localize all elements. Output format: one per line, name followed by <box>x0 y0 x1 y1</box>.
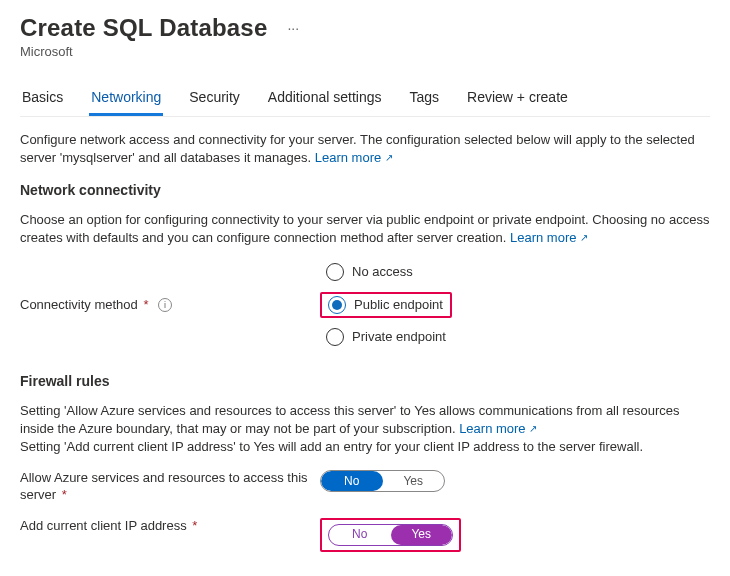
firewall-learn-more-link[interactable]: Learn more ↗ <box>459 421 537 436</box>
more-icon[interactable]: ··· <box>283 20 299 36</box>
external-link-icon: ↗ <box>529 423 537 434</box>
add-client-ip-toggle-wrap: No Yes <box>320 518 461 552</box>
toggle-yes[interactable]: Yes <box>391 525 453 545</box>
radio-label: Private endpoint <box>352 328 446 346</box>
radio-public-endpoint[interactable]: Public endpoint <box>320 292 452 318</box>
add-client-ip-label: Add current client IP address * <box>20 518 320 535</box>
toggle-no[interactable]: No <box>329 525 391 545</box>
add-client-ip-toggle[interactable]: No Yes <box>328 524 453 546</box>
allow-azure-services-label: Allow Azure services and resources to ac… <box>20 470 320 504</box>
allow-azure-services-toggle-wrap: No Yes <box>320 470 445 492</box>
required-asterisk: * <box>189 518 198 533</box>
radio-no-access[interactable]: No access <box>320 261 452 283</box>
external-link-icon: ↗ <box>385 152 393 163</box>
publisher-label: Microsoft <box>20 44 710 59</box>
toggle-no[interactable]: No <box>321 471 383 491</box>
tab-networking[interactable]: Networking <box>89 83 163 116</box>
page-title: Create SQL Database <box>20 14 267 42</box>
allow-azure-services-toggle[interactable]: No Yes <box>320 470 445 492</box>
external-link-icon: ↗ <box>580 232 588 243</box>
radio-circle-icon <box>326 328 344 346</box>
radio-label: No access <box>352 263 413 281</box>
info-icon[interactable]: i <box>158 298 172 312</box>
toggle-yes[interactable]: Yes <box>383 471 445 491</box>
radio-private-endpoint[interactable]: Private endpoint <box>320 326 452 348</box>
firewall-desc: Setting 'Allow Azure services and resour… <box>20 402 710 457</box>
intro-text: Configure network access and connectivit… <box>20 131 710 167</box>
radio-circle-icon <box>326 263 344 281</box>
required-asterisk: * <box>140 297 149 312</box>
tabs-bar: Basics Networking Security Additional se… <box>20 83 710 117</box>
connectivity-learn-more-link[interactable]: Learn more ↗ <box>510 230 588 245</box>
tab-security[interactable]: Security <box>187 83 242 116</box>
connectivity-method-label: Connectivity method * i <box>20 296 320 314</box>
tab-basics[interactable]: Basics <box>20 83 65 116</box>
required-asterisk: * <box>58 487 67 502</box>
connectivity-radio-group: No access Public endpoint Private endpoi… <box>320 261 452 348</box>
tab-review-create[interactable]: Review + create <box>465 83 570 116</box>
section-network-connectivity: Network connectivity <box>20 181 710 201</box>
intro-learn-more-link[interactable]: Learn more ↗ <box>315 150 393 165</box>
section-firewall-rules: Firewall rules <box>20 372 710 392</box>
radio-label: Public endpoint <box>354 296 443 314</box>
tab-additional-settings[interactable]: Additional settings <box>266 83 384 116</box>
tab-tags[interactable]: Tags <box>407 83 441 116</box>
radio-circle-icon <box>328 296 346 314</box>
connectivity-desc: Choose an option for configuring connect… <box>20 211 710 247</box>
